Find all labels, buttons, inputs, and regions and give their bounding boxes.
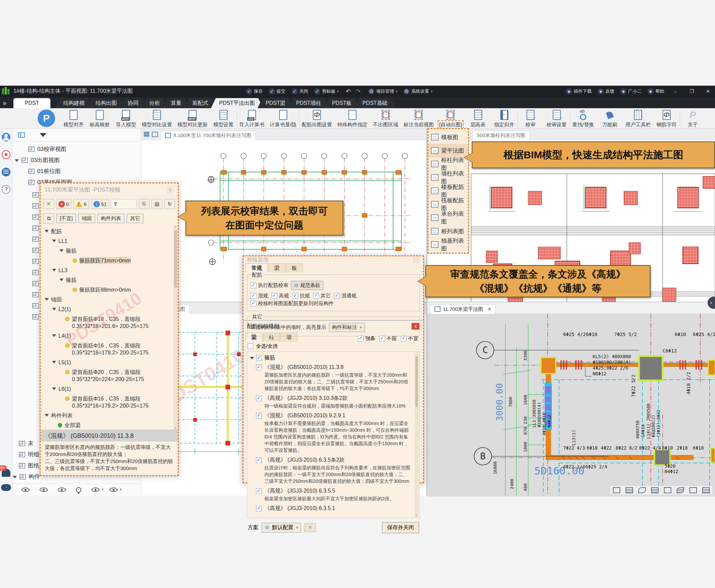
- ribbon-tab[interactable]: PDST板: [324, 98, 360, 108]
- frame-select-icon[interactable]: [664, 487, 671, 493]
- ribbon-button[interactable]: 配筋出图设置: [299, 108, 335, 128]
- layers-icon[interactable]: [690, 487, 697, 493]
- sync-icon[interactable]: [651, 487, 658, 493]
- options-tab[interactable]: 常规: [246, 264, 268, 273]
- ribbon-button[interactable]: 模型对比设置: [139, 108, 175, 128]
- ribbon-button[interactable]: 层高表: [465, 108, 491, 128]
- rule-item[interactable]: 《高规》 (JGJ3-2010) 6.3.5.5框架梁非加密区箍筋最大间距不宜大…: [256, 487, 412, 502]
- view-tree-item[interactable]: 01桩位图: [13, 166, 141, 177]
- check-result-item[interactable]: 箍筋: [43, 275, 172, 285]
- grid-toggle-icon[interactable]: [626, 487, 633, 493]
- notification-dot-icon[interactable]: [2, 150, 10, 159]
- help-icon[interactable]: ?: [2, 185, 10, 194]
- beam-plan-canvas[interactable]: C B 6Φ25 4/2 6Φ10 7Φ25 5/2 6Φ10 6Φ25 4/2: [427, 314, 715, 497]
- locate-in-view-button[interactable]: ✕: [43, 199, 54, 209]
- filter-input[interactable]: [111, 199, 137, 209]
- plan-generate-item[interactable]: 框柱列表图: [428, 157, 468, 171]
- rule-item[interactable]: 《高规》 (JGJ3-2010) 6.3.5.1: [256, 505, 412, 513]
- check-result-item[interactable]: 箍筋肢距71mm>0mm: [43, 256, 172, 266]
- ribbon-button[interactable]: 钢筋字符: [653, 108, 680, 128]
- close-button[interactable]: ✕: [701, 87, 715, 96]
- ribbon-tab[interactable]: PDST平法出图: [211, 98, 263, 108]
- scheme-select[interactable]: ⚙默认配置▾: [262, 523, 301, 532]
- ribbon-button[interactable]: 校审设置: [544, 108, 570, 128]
- titlebar-right-button[interactable]: ●反馈: [595, 87, 617, 96]
- quick-action-button[interactable]: ✓关闭: [289, 87, 311, 96]
- options-tab[interactable]: 梁: [269, 264, 285, 273]
- crop-view-icon[interactable]: [702, 487, 710, 493]
- plan-generate-item[interactable]: 梁平法图: [428, 144, 468, 157]
- error-count-badge[interactable]: ✕0: [56, 199, 71, 209]
- filter-icon[interactable]: [40, 133, 46, 137]
- refresh-list-button[interactable]: ⧉: [43, 213, 54, 224]
- export-button[interactable]: ⎘: [139, 199, 149, 209]
- fit-view-icon[interactable]: [613, 487, 620, 493]
- ribbon-button[interactable]: [自动出图]: [437, 108, 465, 128]
- check-result-item[interactable]: 梁首面筋Φ16，C35，直锚段0.35*32*16=179.2> 200-25=…: [43, 394, 172, 411]
- ribbon-button[interactable]: 导入计算书: [236, 108, 267, 128]
- user-avatar-icon[interactable]: [2, 133, 10, 142]
- update-rebar-checkbox[interactable]: 校核时将图面配筋更新到对应构件: [251, 300, 334, 307]
- undo-icon[interactable]: ↶: [346, 88, 351, 95]
- grid-layout-icon[interactable]: [144, 132, 149, 137]
- exec-check-checkbox[interactable]: 执行配筋校审: [251, 282, 288, 289]
- new-window-icon[interactable]: [152, 132, 158, 137]
- ribbon-button[interactable]: 指定归并: [491, 108, 518, 128]
- check-result-item[interactable]: 全部梁: [43, 420, 172, 430]
- check-result-item[interactable]: 配筋: [43, 227, 172, 236]
- center-top-view-tab[interactable]: 8.100米至11.700米墙柱列表注写图: [161, 131, 256, 140]
- preview-dropdown-icon[interactable]: [91, 487, 100, 492]
- close-icon[interactable]: [413, 257, 420, 264]
- bulb-icon[interactable]: [76, 487, 81, 492]
- scrollbar[interactable]: [173, 225, 178, 430]
- rule-group-row[interactable]: 箍筋: [250, 355, 412, 361]
- check-result-item[interactable]: 锚固: [43, 295, 172, 304]
- check-result-item[interactable]: L4(1): [43, 331, 172, 341]
- quick-action-button[interactable]: ✓剪贴板▾: [312, 87, 341, 96]
- close-tab-icon[interactable]: ✕: [487, 307, 491, 312]
- right-top-view-tab[interactable]: 500米墙柱列表注写图: [472, 131, 530, 140]
- code-clauses-button[interactable]: ⚙规范条款: [291, 281, 323, 290]
- check-result-item[interactable]: L6(1): [43, 384, 172, 394]
- check-result-item[interactable]: L2(1): [43, 304, 172, 314]
- rule-item[interactable]: 《混规》 (GB50010-2010) 11.3.8梁箍筋加密区长度内的箍筋肢距…: [256, 364, 412, 392]
- visibility-reset-icon[interactable]: [58, 487, 66, 492]
- document-list-icon[interactable]: [2, 168, 10, 176]
- ribbon-button[interactable]: 标注当前视图: [401, 108, 437, 128]
- plan-generate-item[interactable]: 承台列表图: [428, 211, 468, 225]
- plan-generate-item[interactable]: 墙柱列表图: [428, 171, 468, 184]
- warning-count-badge[interactable]: 6: [73, 199, 89, 209]
- ribbon-button[interactable]: 模型设置: [210, 108, 236, 128]
- link-icon[interactable]: [638, 487, 646, 493]
- redo-icon[interactable]: ↷: [356, 88, 360, 95]
- titlebar-right-button[interactable]: ●广小二: [618, 87, 644, 96]
- check-result-item[interactable]: 箍筋: [43, 246, 172, 256]
- ribbon-tab[interactable]: 结构建模: [55, 98, 93, 108]
- ribbon-tab[interactable]: PDST基础: [355, 98, 396, 108]
- highlight-mode-select[interactable]: 构件和标注▾: [329, 323, 365, 332]
- scrollbar[interactable]: [415, 353, 419, 517]
- right-bottom-view-tab[interactable]: 11.700米梁平法图 ✕: [430, 304, 496, 314]
- code-checkbox[interactable]: 高规: [272, 293, 289, 299]
- ribbon-button[interactable]: 导入模型: [113, 108, 139, 128]
- check-filter-tab[interactable]: 锚固: [78, 214, 95, 223]
- code-checkbox[interactable]: 混通规: [334, 293, 357, 299]
- titlebar-right-button[interactable]: ●帮助: [645, 87, 667, 96]
- plan-generate-item[interactable]: 筏板配筋图: [428, 197, 468, 211]
- ribbon-button[interactable]: 模型对比更新: [175, 108, 210, 128]
- quick-action-button[interactable]: ✓提交: [267, 87, 288, 96]
- code-checkbox[interactable]: 抗规: [292, 293, 310, 299]
- save-and-close-button[interactable]: 保存并关闭: [382, 522, 419, 533]
- preview-settings-icon[interactable]: [109, 487, 118, 492]
- ribbon-tab[interactable]: 装配式: [184, 98, 216, 108]
- view-tree-item[interactable]: 03出图视图: [13, 154, 141, 166]
- ribbon-tab[interactable]: PDST梁: [258, 98, 294, 108]
- titlebar-menu-button[interactable]: ⚙项目管理▾: [366, 87, 400, 96]
- plan-generate-item[interactable]: 桩列表图: [428, 225, 468, 238]
- box-select-icon[interactable]: [677, 487, 684, 493]
- ribbon-tab[interactable]: PDST墙柱: [288, 98, 329, 108]
- rule-item[interactable]: 《混规》 (GB50010-2010) 9.2.9 1按承载力计算不需要箍筋的梁…: [256, 412, 412, 454]
- collapse-double-arrow-icon[interactable]: »: [3, 99, 6, 107]
- ribbon-button[interactable]: 不出图区域: [370, 108, 401, 128]
- quick-action-button[interactable]: ✓保存: [244, 87, 265, 96]
